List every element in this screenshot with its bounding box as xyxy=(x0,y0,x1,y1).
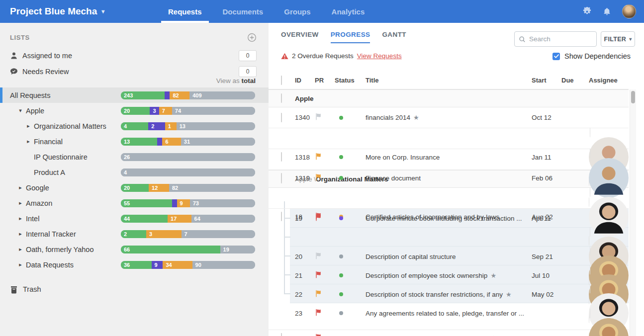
group-header-row[interactable]: Apple xyxy=(269,89,629,107)
checkbox-checked[interactable] xyxy=(552,53,560,60)
settings-gear-icon[interactable] xyxy=(582,7,592,16)
notifications-bell-icon[interactable] xyxy=(602,7,612,16)
request-row[interactable]: 21 Description of employee stock ownersh… xyxy=(269,247,629,265)
expand-arrow-icon[interactable]: ▸ xyxy=(17,184,24,191)
show-dependencies-toggle[interactable]: Show Dependencies xyxy=(552,52,631,60)
priority-flag-icon[interactable] xyxy=(315,113,322,120)
request-row[interactable]: 18 Certified articles of incorporation a… xyxy=(269,188,629,209)
bar-segment-gray: 409 xyxy=(189,91,255,99)
sidebar-item-oath-formerly-yahoo[interactable]: ▸ Oath, formerly Yahoo 6619 xyxy=(0,242,269,257)
expand-arrow-icon[interactable]: ▸ xyxy=(17,261,24,268)
nav-tab-analytics[interactable]: Analytics xyxy=(325,0,372,23)
request-row[interactable]: 21 Description of employee stock ownersh… xyxy=(269,309,629,330)
app-window: Project Blue Mecha ▾ RequestsDocumentsGr… xyxy=(0,0,644,336)
bar-segment-purple xyxy=(157,138,162,146)
row-checkbox[interactable] xyxy=(281,173,282,182)
lists-heading: LISTS xyxy=(10,34,30,41)
request-title: Finance document xyxy=(366,174,421,182)
bar-segment-gray: 4 xyxy=(121,168,255,176)
expand-arrow-icon[interactable]: ▸ xyxy=(17,215,24,222)
sidebar-item-financial[interactable]: ▸ Financial 13631 xyxy=(0,134,269,149)
sidebar-item-google[interactable]: ▸ Google 201282 xyxy=(0,180,269,195)
sidebar-item-intel[interactable]: ▸ Intel 441764 xyxy=(0,211,269,226)
tab-gantt[interactable]: GANTT xyxy=(382,31,406,43)
sidebar-item-amazon[interactable]: ▸ Amazon 55973 xyxy=(0,195,269,211)
bar-segment-orange: 1 xyxy=(165,122,177,130)
nav-tab-documents[interactable]: Documents xyxy=(216,0,271,23)
nav-tab-groups[interactable]: Groups xyxy=(277,0,317,23)
view-requests-link[interactable]: View Requests xyxy=(357,52,402,60)
top-navbar: Project Blue Mecha ▾ RequestsDocumentsGr… xyxy=(0,0,644,23)
expand-arrow-icon[interactable]: ▾ xyxy=(17,107,24,114)
request-row[interactable]: 23 Any agreements related to sale, pledg… xyxy=(269,284,629,303)
tab-overview[interactable]: OVERVIEW xyxy=(281,31,319,43)
row-checkbox[interactable] xyxy=(281,113,282,122)
request-row[interactable]: 22 Description of stock transfer restric… xyxy=(269,265,629,284)
bar-segment-purple xyxy=(172,199,177,207)
expand-arrow-icon[interactable]: ▸ xyxy=(17,231,24,237)
scrollbar-thumb[interactable] xyxy=(631,91,635,103)
expand-arrow-icon[interactable]: ▸ xyxy=(25,138,32,145)
sidebar-item-ip-questionnaire[interactable]: IP Questionnaire 26 xyxy=(0,149,269,165)
search-input[interactable] xyxy=(529,35,592,43)
group-checkbox[interactable] xyxy=(281,93,282,103)
bar-segment-purple: 9 xyxy=(152,261,163,269)
trash-icon xyxy=(10,285,18,294)
bar-segment-orange: 6 xyxy=(162,138,181,146)
bar-segment-purple: 3 xyxy=(150,107,159,115)
bar-segment-green: 44 xyxy=(121,215,168,223)
sidebar-item-assigned-to-me[interactable]: Assigned to me 0 xyxy=(10,50,257,62)
expand-arrow-icon[interactable]: ▸ xyxy=(17,200,24,206)
bar-segment-gray: 7 xyxy=(182,230,255,238)
request-row[interactable]: 20 Description of capital structure ★ Se… xyxy=(269,228,629,247)
priority-flag-icon[interactable] xyxy=(315,334,322,336)
progress-bar: 441764 xyxy=(121,215,255,223)
bar-segment-orange: 9 xyxy=(177,199,190,207)
sidebar-item-apple[interactable]: ▾ Apple 203774 xyxy=(0,103,269,118)
sidebar-item-data-requests[interactable]: ▸ Data Requests 3693490 xyxy=(0,257,269,272)
expand-arrow-icon[interactable]: ▸ xyxy=(25,123,32,129)
view-as-toggle[interactable]: View as total xyxy=(216,77,256,84)
bar-segment-orange: 17 xyxy=(168,215,191,223)
sidebar-item-all-requests[interactable]: All Requests 24382409 xyxy=(0,87,269,103)
bar-segment-orange: 7 xyxy=(159,107,172,115)
bar-segment-green: 36 xyxy=(121,261,152,269)
add-list-icon[interactable] xyxy=(247,33,257,42)
bar-segment-gray: 74 xyxy=(172,107,255,115)
request-row[interactable]: 1319 Finance document ★ Feb 06 xyxy=(269,149,629,170)
nav-tab-requests[interactable]: Requests xyxy=(161,0,209,23)
progress-bar: 201282 xyxy=(121,184,255,192)
bar-segment-green: 4 xyxy=(121,122,148,130)
bar-segment-green: 243 xyxy=(121,91,165,99)
sidebar-item-trash[interactable]: Trash xyxy=(10,282,41,297)
sidebar-item-needs-review[interactable]: Needs Review 0 xyxy=(10,66,257,78)
bar-segment-gray: 26 xyxy=(121,153,255,161)
sidebar-item-organizational-matters[interactable]: ▸ Organizational Matters 42113 xyxy=(0,118,269,134)
main-panel: OVERVIEWPROGRESSGANTT FILTER ▾ 2 Overdue… xyxy=(269,23,644,336)
bar-segment-orange: 34 xyxy=(163,261,192,269)
chevron-down-icon: ▾ xyxy=(629,36,632,42)
requests-table: Apple 1340 financials 2014 ★ Oct 12 1318 xyxy=(269,89,629,336)
expand-arrow-icon[interactable]: ▸ xyxy=(17,246,24,252)
progress-bar: 42113 xyxy=(121,122,255,130)
progress-bar: 26 xyxy=(121,153,255,161)
user-avatar[interactable] xyxy=(622,4,636,18)
row-checkbox[interactable] xyxy=(281,333,282,336)
request-row[interactable]: 19 Corporate minute book including stock… xyxy=(269,209,629,228)
progress-bar: 203774 xyxy=(121,107,255,115)
select-all-checkbox[interactable] xyxy=(281,76,282,85)
tab-progress[interactable]: PROGRESS xyxy=(331,31,370,43)
search-icon xyxy=(519,36,526,43)
request-row[interactable]: 1318 More on Corp. Insurance ★ Jan 11 xyxy=(269,128,629,149)
priority-flag-icon[interactable] xyxy=(315,173,322,181)
sidebar-item-internal-tracker[interactable]: ▸ Internal Tracker 237 xyxy=(0,226,269,242)
review-bubble-icon xyxy=(10,68,18,76)
sidebar-item-product-a[interactable]: Product A 4 xyxy=(0,165,269,180)
filter-button[interactable]: FILTER ▾ xyxy=(601,31,635,47)
count-badge: 0 xyxy=(239,50,257,61)
progress-bar: 4 xyxy=(121,168,255,176)
priority-flag-icon[interactable] xyxy=(315,214,322,221)
navbar-actions xyxy=(582,0,636,23)
project-switcher[interactable]: Project Blue Mecha ▾ xyxy=(0,0,104,23)
request-row[interactable]: 1340 financials 2014 ★ Oct 12 xyxy=(269,107,629,128)
